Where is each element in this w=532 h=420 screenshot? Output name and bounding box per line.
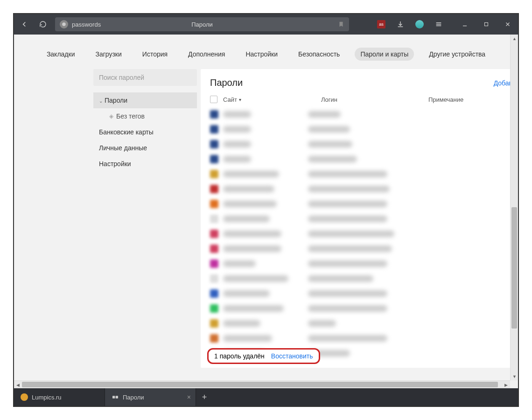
- sidebar: Поиск паролей ⌄Пароли◈Без теговБанковски…: [93, 69, 197, 368]
- tag-icon: ◈: [109, 113, 113, 119]
- site-cell: [223, 305, 284, 312]
- password-row[interactable]: [210, 226, 512, 241]
- site-cell: [223, 231, 281, 237]
- login-cell: [308, 305, 387, 312]
- scroll-thumb-h[interactable]: [22, 382, 498, 387]
- downloads-icon[interactable]: [394, 18, 407, 31]
- favicon: [210, 185, 218, 193]
- login-cell: [308, 260, 387, 267]
- nav-item[interactable]: Закладки: [41, 48, 81, 61]
- address-text: passwords: [72, 21, 101, 28]
- scroll-down-arrow[interactable]: ▼: [511, 372, 518, 380]
- site-cell: [223, 186, 274, 192]
- window-close-button[interactable]: [501, 18, 514, 31]
- browser-tab[interactable]: Lumpics.ru: [14, 388, 105, 406]
- sidebar-item[interactable]: Личные данные: [93, 140, 197, 156]
- login-cell: [308, 141, 352, 147]
- site-cell: [223, 141, 251, 147]
- sidebar-item[interactable]: Настройки: [93, 156, 197, 172]
- nav-item[interactable]: Дополнения: [182, 48, 231, 61]
- password-row[interactable]: [210, 182, 512, 196]
- column-site[interactable]: Сайт ▾: [223, 96, 321, 103]
- nav-item[interactable]: Настройки: [240, 48, 283, 61]
- back-button[interactable]: [18, 18, 31, 31]
- scroll-right-arrow[interactable]: ▶: [502, 381, 510, 388]
- svg-point-0: [62, 22, 66, 26]
- undo-notice: 1 пароль удалён Восстановить: [207, 348, 320, 364]
- weather-icon[interactable]: [415, 20, 424, 28]
- add-password-link[interactable]: Добав: [494, 79, 512, 87]
- browser-tab[interactable]: Пароли×: [105, 388, 196, 406]
- login-cell: [308, 186, 390, 192]
- site-cell: [223, 216, 270, 222]
- favicon: [210, 274, 218, 283]
- favicon: [210, 140, 218, 148]
- horizontal-scrollbar[interactable]: ◀ ▶: [14, 380, 510, 388]
- password-row[interactable]: [210, 211, 512, 226]
- favicon: [210, 259, 218, 268]
- column-note[interactable]: Примечание: [428, 96, 512, 103]
- search-input[interactable]: Поиск паролей: [93, 69, 197, 86]
- login-cell: [308, 201, 387, 207]
- password-row[interactable]: [210, 241, 512, 256]
- password-row[interactable]: [210, 301, 512, 316]
- select-all-checkbox[interactable]: [210, 96, 217, 103]
- password-row[interactable]: [210, 256, 512, 271]
- tab-favicon: [21, 393, 28, 401]
- password-row[interactable]: [210, 286, 512, 301]
- close-tab-icon[interactable]: ×: [187, 393, 191, 401]
- password-row[interactable]: [210, 196, 512, 211]
- sidebar-item[interactable]: ◈Без тегов: [93, 108, 197, 124]
- vertical-scrollbar[interactable]: ▲ ▼: [510, 35, 518, 380]
- address-title: Пароли: [191, 21, 213, 28]
- favicon: [210, 304, 218, 313]
- address-bar[interactable]: passwords Пароли: [55, 17, 349, 31]
- bookmark-icon[interactable]: [338, 21, 344, 28]
- password-row[interactable]: [210, 152, 512, 167]
- nav-item[interactable]: Безопасность: [293, 48, 345, 61]
- tab-label: Lumpics.ru: [32, 394, 62, 401]
- login-cell: [308, 320, 336, 327]
- page-content: ЗакладкиЗагрузкиИсторияДополненияНастрой…: [14, 35, 518, 388]
- nav-item[interactable]: Загрузки: [90, 48, 127, 61]
- sidebar-item[interactable]: Банковские карты: [93, 124, 197, 140]
- menu-icon[interactable]: [432, 18, 445, 31]
- password-row[interactable]: [210, 271, 512, 286]
- scroll-left-arrow[interactable]: ◀: [14, 381, 22, 388]
- site-cell: [223, 320, 260, 327]
- nav-item[interactable]: Пароли и карты: [355, 48, 414, 61]
- nav-item[interactable]: История: [137, 48, 173, 61]
- password-row[interactable]: [210, 107, 512, 122]
- login-cell: [308, 216, 387, 222]
- sidebar-item-label: Без тегов: [116, 112, 145, 120]
- favicon: [210, 230, 218, 238]
- nav-item[interactable]: Другие устройства: [423, 48, 491, 61]
- site-identity-icon: [60, 20, 68, 28]
- window-maximize-button[interactable]: [480, 18, 493, 31]
- favicon: [210, 245, 218, 253]
- password-row[interactable]: [210, 122, 512, 137]
- password-row[interactable]: [210, 331, 512, 346]
- restore-link[interactable]: Восстановить: [271, 352, 313, 360]
- password-row[interactable]: [210, 167, 512, 182]
- login-cell: [308, 231, 394, 237]
- favicon: [210, 334, 218, 343]
- password-row[interactable]: [210, 316, 512, 331]
- scroll-thumb[interactable]: [511, 207, 517, 329]
- login-cell: [308, 126, 350, 133]
- column-login[interactable]: Логин: [321, 96, 428, 103]
- login-cell: [308, 171, 387, 177]
- svg-rect-3: [116, 396, 118, 398]
- sidebar-item[interactable]: ⌄Пароли: [93, 92, 197, 108]
- reload-button[interactable]: [36, 18, 49, 31]
- login-cell: [308, 275, 373, 282]
- site-cell: [223, 335, 272, 342]
- password-row[interactable]: [210, 137, 512, 152]
- favicon: [210, 155, 218, 163]
- svg-rect-1: [485, 23, 488, 26]
- new-tab-button[interactable]: +: [196, 388, 213, 406]
- lastfm-extension-icon[interactable]: as: [377, 20, 385, 28]
- window-minimize-button[interactable]: [458, 18, 471, 31]
- table-header: Сайт ▾ Логин Примечание: [210, 96, 512, 107]
- scroll-up-arrow[interactable]: ▲: [511, 35, 518, 42]
